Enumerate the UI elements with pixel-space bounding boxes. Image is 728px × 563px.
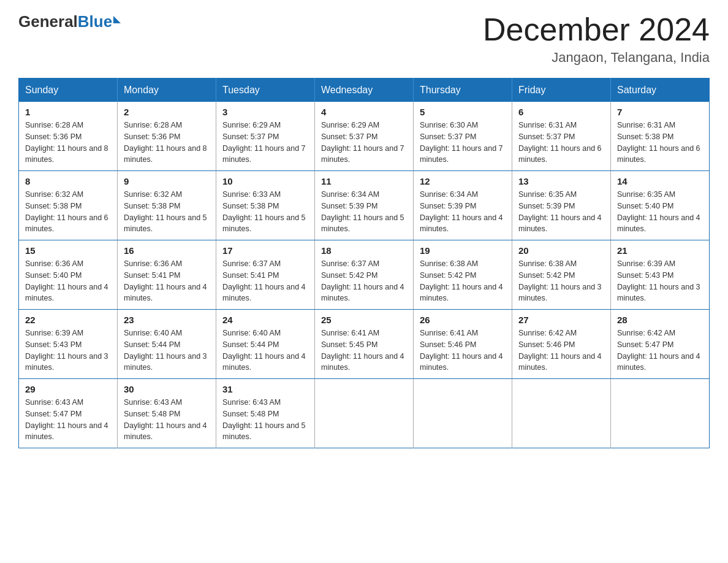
calendar-cell: 26 Sunrise: 6:41 AMSunset: 5:46 PMDaylig… <box>414 310 512 379</box>
day-info: Sunrise: 6:40 AMSunset: 5:44 PMDaylight:… <box>222 327 308 373</box>
column-header-monday: Monday <box>118 79 216 102</box>
day-info: Sunrise: 6:43 AMSunset: 5:47 PMDaylight:… <box>25 397 111 443</box>
calendar-cell: 9 Sunrise: 6:32 AMSunset: 5:38 PMDayligh… <box>118 171 216 240</box>
day-info: Sunrise: 6:30 AMSunset: 5:37 PMDaylight:… <box>420 120 506 166</box>
day-info: Sunrise: 6:37 AMSunset: 5:41 PMDaylight:… <box>222 258 308 304</box>
column-header-sunday: Sunday <box>19 79 118 102</box>
day-number: 2 <box>124 107 210 117</box>
day-number: 26 <box>420 315 506 325</box>
day-number: 3 <box>222 107 308 117</box>
day-number: 15 <box>25 245 111 256</box>
calendar-cell: 24 Sunrise: 6:40 AMSunset: 5:44 PMDaylig… <box>216 310 315 379</box>
calendar-cell: 23 Sunrise: 6:40 AMSunset: 5:44 PMDaylig… <box>118 310 216 379</box>
logo-blue-part: Blue <box>78 12 121 31</box>
day-info: Sunrise: 6:43 AMSunset: 5:48 PMDaylight:… <box>124 397 210 443</box>
calendar-cell: 21 Sunrise: 6:39 AMSunset: 5:43 PMDaylig… <box>611 240 710 310</box>
day-info: Sunrise: 6:36 AMSunset: 5:40 PMDaylight:… <box>25 258 111 304</box>
day-number: 11 <box>321 176 407 186</box>
day-info: Sunrise: 6:34 AMSunset: 5:39 PMDaylight:… <box>321 189 407 235</box>
day-number: 20 <box>518 245 604 256</box>
calendar-cell: 12 Sunrise: 6:34 AMSunset: 5:39 PMDaylig… <box>414 171 512 240</box>
logo: General Blue <box>18 12 121 31</box>
calendar-cell: 25 Sunrise: 6:41 AMSunset: 5:45 PMDaylig… <box>315 310 414 379</box>
calendar-cell: 15 Sunrise: 6:36 AMSunset: 5:40 PMDaylig… <box>19 240 118 310</box>
calendar-cell: 16 Sunrise: 6:36 AMSunset: 5:41 PMDaylig… <box>118 240 216 310</box>
day-info: Sunrise: 6:38 AMSunset: 5:42 PMDaylight:… <box>420 258 506 304</box>
day-number: 25 <box>321 315 407 325</box>
day-info: Sunrise: 6:28 AMSunset: 5:36 PMDaylight:… <box>124 120 210 166</box>
day-info: Sunrise: 6:40 AMSunset: 5:44 PMDaylight:… <box>124 327 210 373</box>
calendar-week-row: 22 Sunrise: 6:39 AMSunset: 5:43 PMDaylig… <box>19 310 710 379</box>
calendar-cell: 7 Sunrise: 6:31 AMSunset: 5:38 PMDayligh… <box>611 102 710 171</box>
calendar-cell: 31 Sunrise: 6:43 AMSunset: 5:48 PMDaylig… <box>216 379 315 448</box>
day-info: Sunrise: 6:41 AMSunset: 5:46 PMDaylight:… <box>420 327 506 373</box>
calendar-cell: 4 Sunrise: 6:29 AMSunset: 5:37 PMDayligh… <box>315 102 414 171</box>
day-number: 23 <box>124 315 210 325</box>
day-number: 24 <box>222 315 308 325</box>
logo-triangle-icon <box>113 16 121 23</box>
day-number: 9 <box>124 176 210 186</box>
day-number: 5 <box>420 107 506 117</box>
calendar-cell: 10 Sunrise: 6:33 AMSunset: 5:38 PMDaylig… <box>216 171 315 240</box>
day-number: 12 <box>420 176 506 186</box>
day-info: Sunrise: 6:29 AMSunset: 5:37 PMDaylight:… <box>222 120 308 166</box>
calendar-cell: 18 Sunrise: 6:37 AMSunset: 5:42 PMDaylig… <box>315 240 414 310</box>
day-number: 27 <box>518 315 604 325</box>
calendar-cell <box>611 379 710 448</box>
calendar-cell: 3 Sunrise: 6:29 AMSunset: 5:37 PMDayligh… <box>216 102 315 171</box>
day-info: Sunrise: 6:39 AMSunset: 5:43 PMDaylight:… <box>25 327 111 373</box>
calendar-cell <box>414 379 512 448</box>
day-info: Sunrise: 6:32 AMSunset: 5:38 PMDaylight:… <box>25 189 111 235</box>
day-number: 10 <box>222 176 308 186</box>
calendar-cell <box>512 379 611 448</box>
day-info: Sunrise: 6:43 AMSunset: 5:48 PMDaylight:… <box>222 397 308 443</box>
calendar-cell: 6 Sunrise: 6:31 AMSunset: 5:37 PMDayligh… <box>512 102 611 171</box>
calendar-week-row: 15 Sunrise: 6:36 AMSunset: 5:40 PMDaylig… <box>19 240 710 310</box>
calendar-table: SundayMondayTuesdayWednesdayThursdayFrid… <box>18 78 710 448</box>
calendar-cell: 30 Sunrise: 6:43 AMSunset: 5:48 PMDaylig… <box>118 379 216 448</box>
day-number: 18 <box>321 245 407 256</box>
column-header-friday: Friday <box>512 79 611 102</box>
day-number: 8 <box>25 176 111 186</box>
day-info: Sunrise: 6:42 AMSunset: 5:47 PMDaylight:… <box>617 327 703 373</box>
calendar-cell: 19 Sunrise: 6:38 AMSunset: 5:42 PMDaylig… <box>414 240 512 310</box>
logo-general-text: General <box>18 12 78 31</box>
month-title: December 2024 <box>483 12 710 47</box>
day-info: Sunrise: 6:42 AMSunset: 5:46 PMDaylight:… <box>518 327 604 373</box>
day-info: Sunrise: 6:35 AMSunset: 5:39 PMDaylight:… <box>518 189 604 235</box>
day-number: 30 <box>124 384 210 394</box>
day-info: Sunrise: 6:31 AMSunset: 5:38 PMDaylight:… <box>617 120 703 166</box>
day-info: Sunrise: 6:39 AMSunset: 5:43 PMDaylight:… <box>617 258 703 304</box>
day-number: 19 <box>420 245 506 256</box>
day-info: Sunrise: 6:36 AMSunset: 5:41 PMDaylight:… <box>124 258 210 304</box>
day-info: Sunrise: 6:35 AMSunset: 5:40 PMDaylight:… <box>617 189 703 235</box>
calendar-header-row: SundayMondayTuesdayWednesdayThursdayFrid… <box>19 79 710 102</box>
day-number: 14 <box>617 176 703 186</box>
day-info: Sunrise: 6:31 AMSunset: 5:37 PMDaylight:… <box>518 120 604 166</box>
calendar-cell <box>315 379 414 448</box>
calendar-cell: 29 Sunrise: 6:43 AMSunset: 5:47 PMDaylig… <box>19 379 118 448</box>
day-number: 13 <box>518 176 604 186</box>
day-number: 31 <box>222 384 308 394</box>
day-number: 16 <box>124 245 210 256</box>
logo-blue-text: Blue <box>78 12 112 31</box>
page-header: General Blue December 2024 Jangaon, Tela… <box>18 12 710 66</box>
day-number: 17 <box>222 245 308 256</box>
calendar-cell: 14 Sunrise: 6:35 AMSunset: 5:40 PMDaylig… <box>611 171 710 240</box>
calendar-week-row: 29 Sunrise: 6:43 AMSunset: 5:47 PMDaylig… <box>19 379 710 448</box>
day-info: Sunrise: 6:29 AMSunset: 5:37 PMDaylight:… <box>321 120 407 166</box>
column-header-wednesday: Wednesday <box>315 79 414 102</box>
day-number: 21 <box>617 245 703 256</box>
calendar-week-row: 1 Sunrise: 6:28 AMSunset: 5:36 PMDayligh… <box>19 102 710 171</box>
calendar-week-row: 8 Sunrise: 6:32 AMSunset: 5:38 PMDayligh… <box>19 171 710 240</box>
day-info: Sunrise: 6:38 AMSunset: 5:42 PMDaylight:… <box>518 258 604 304</box>
calendar-cell: 8 Sunrise: 6:32 AMSunset: 5:38 PMDayligh… <box>19 171 118 240</box>
day-number: 7 <box>617 107 703 117</box>
day-info: Sunrise: 6:32 AMSunset: 5:38 PMDaylight:… <box>124 189 210 235</box>
day-number: 29 <box>25 384 111 394</box>
day-info: Sunrise: 6:41 AMSunset: 5:45 PMDaylight:… <box>321 327 407 373</box>
column-header-tuesday: Tuesday <box>216 79 315 102</box>
location-text: Jangaon, Telangana, India <box>483 50 710 66</box>
day-info: Sunrise: 6:33 AMSunset: 5:38 PMDaylight:… <box>222 189 308 235</box>
column-header-saturday: Saturday <box>611 79 710 102</box>
